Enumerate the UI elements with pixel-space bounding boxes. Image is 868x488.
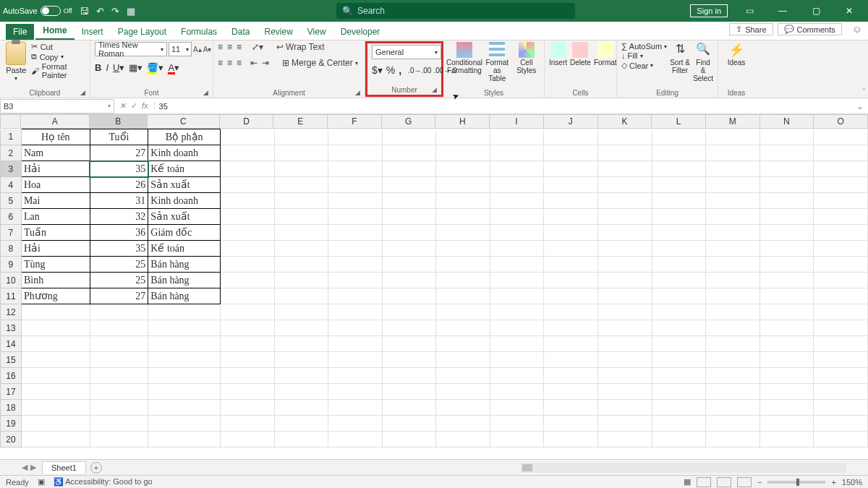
row-header[interactable]: 12 (1, 304, 22, 320)
cell[interactable] (706, 416, 760, 432)
cell[interactable] (90, 384, 148, 400)
cell[interactable] (274, 177, 328, 193)
cell[interactable] (382, 416, 436, 432)
cell[interactable] (274, 368, 328, 384)
cell[interactable] (706, 161, 760, 177)
feedback-icon[interactable]: ☺ (852, 23, 862, 35)
cell[interactable] (652, 400, 706, 416)
cell[interactable] (814, 273, 868, 288)
insert-cells-button[interactable]: Insert (549, 42, 567, 67)
cell[interactable] (652, 177, 706, 193)
cell[interactable]: Kinh doanh (148, 193, 221, 209)
cell[interactable] (814, 400, 868, 416)
cell[interactable] (274, 384, 328, 400)
cell[interactable] (148, 304, 221, 320)
cell[interactable] (544, 193, 598, 209)
cell[interactable] (652, 416, 706, 432)
cell[interactable] (220, 161, 274, 177)
find-select-button[interactable]: 🔍Find & Select (693, 42, 713, 82)
cell[interactable] (598, 400, 652, 416)
cell[interactable] (598, 432, 652, 448)
cell[interactable] (544, 352, 598, 368)
cell[interactable] (598, 241, 652, 257)
cell[interactable] (706, 432, 760, 448)
cell[interactable] (706, 209, 760, 225)
cell[interactable] (760, 384, 814, 400)
cell[interactable] (220, 257, 274, 273)
increase-font-icon[interactable]: A▴ (193, 46, 202, 53)
cell[interactable] (148, 368, 221, 384)
cell[interactable] (220, 209, 274, 225)
cell[interactable] (148, 336, 221, 352)
cell[interactable] (220, 241, 274, 257)
column-header[interactable]: N (760, 114, 814, 129)
cell[interactable]: Kinh doanh (148, 145, 221, 161)
clipboard-launcher-icon[interactable]: ◢ (80, 89, 88, 96)
cell[interactable] (814, 193, 868, 209)
cell[interactable] (706, 257, 760, 273)
cell[interactable] (328, 368, 383, 384)
cell[interactable] (598, 304, 652, 320)
save-icon[interactable]: 🖫 (80, 6, 89, 17)
cell[interactable] (328, 384, 383, 400)
cell[interactable]: Sản xuất (148, 209, 221, 225)
cell[interactable] (490, 273, 544, 288)
cell[interactable] (760, 320, 814, 336)
cell[interactable] (652, 145, 706, 161)
cell[interactable]: 32 (90, 209, 148, 225)
cell[interactable] (90, 352, 148, 368)
zoom-in-icon[interactable]: + (831, 478, 835, 487)
cell[interactable]: 25 (90, 257, 148, 273)
cell[interactable] (382, 400, 436, 416)
cell[interactable] (706, 320, 760, 336)
cell[interactable] (328, 241, 383, 257)
cell[interactable]: 31 (90, 193, 148, 209)
column-header[interactable]: H (435, 114, 490, 129)
cell[interactable] (328, 288, 383, 304)
cell[interactable] (814, 145, 868, 161)
page-layout-view-icon[interactable] (717, 477, 731, 487)
cell[interactable] (544, 225, 598, 241)
cell[interactable] (544, 161, 598, 177)
cell[interactable]: 27 (90, 145, 148, 161)
cell[interactable] (328, 432, 383, 448)
cell[interactable] (436, 177, 490, 193)
expand-formula-bar-icon[interactable]: ⌄ (852, 101, 868, 111)
column-header[interactable]: L (652, 114, 706, 129)
cell[interactable] (544, 288, 598, 304)
cell[interactable] (544, 432, 598, 448)
cell[interactable] (220, 177, 274, 193)
close-icon[interactable]: ✕ (833, 0, 865, 22)
cell[interactable] (220, 336, 274, 352)
cell[interactable] (148, 416, 221, 432)
row-header[interactable]: 2 (1, 145, 22, 161)
cell[interactable]: 25 (90, 273, 148, 288)
format-cells-button[interactable]: Format (594, 42, 617, 67)
cell[interactable] (220, 288, 274, 304)
normal-view-icon[interactable] (697, 477, 711, 487)
cell[interactable] (544, 209, 598, 225)
ribbon-display-icon[interactable]: ▭ (733, 0, 765, 22)
cell[interactable] (21, 336, 90, 352)
zoom-slider[interactable] (767, 481, 825, 484)
cell[interactable] (598, 225, 652, 241)
tab-home[interactable]: Home (35, 22, 74, 40)
cell[interactable] (90, 336, 148, 352)
cell[interactable] (436, 273, 490, 288)
cell[interactable] (274, 320, 328, 336)
column-header[interactable]: A (21, 114, 90, 129)
cell[interactable] (814, 336, 868, 352)
cell[interactable] (814, 320, 868, 336)
cell[interactable] (148, 352, 221, 368)
cell[interactable]: Kế toán (148, 161, 221, 177)
cell[interactable] (274, 161, 328, 177)
cell[interactable] (148, 400, 221, 416)
cell[interactable] (598, 416, 652, 432)
cell[interactable] (598, 352, 652, 368)
cell[interactable] (652, 241, 706, 257)
sheet-prev-icon[interactable]: ◀ (22, 463, 27, 472)
font-color-button[interactable]: A▾ (168, 62, 179, 73)
name-box[interactable]: B3▾ (0, 99, 114, 114)
cell[interactable] (490, 177, 544, 193)
row-header[interactable]: 15 (1, 352, 22, 368)
